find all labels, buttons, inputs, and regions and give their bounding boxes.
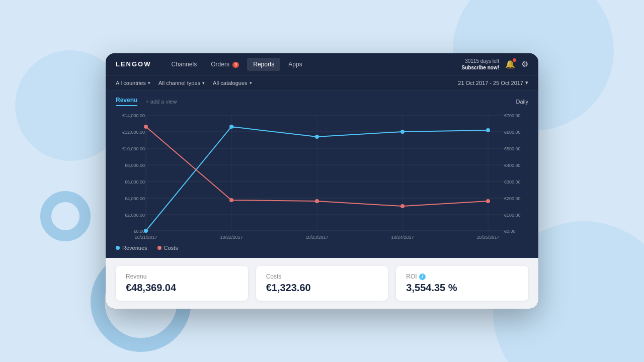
logo: LENGOW xyxy=(116,60,151,68)
chevron-down-icon: ▾ xyxy=(148,80,150,85)
svg-point-43 xyxy=(486,199,490,203)
svg-text:10/22/2017: 10/22/2017 xyxy=(220,235,243,240)
chart-header: Revenu + add a view Daily xyxy=(116,97,528,106)
svg-point-37 xyxy=(400,130,405,134)
nav-right: 30115 days left Subscribe now! 🔔 ⚙ xyxy=(462,58,528,71)
svg-text:10/25/2017: 10/25/2017 xyxy=(476,235,499,240)
svg-text:€12,000.00: €12,000.00 xyxy=(122,130,145,135)
svg-point-36 xyxy=(315,135,319,139)
svg-text:€2,000.00: €2,000.00 xyxy=(125,213,145,218)
svg-text:€600.00: €600.00 xyxy=(504,130,521,135)
stat-card-roi: ROI i 3,554.35 % xyxy=(396,266,528,301)
roi-info-icon[interactable]: i xyxy=(419,274,426,280)
legend-revenues: Revenues xyxy=(116,245,147,251)
stat-label-revenu: Revenu xyxy=(126,273,238,280)
chevron-down-icon: ▾ xyxy=(250,80,252,85)
add-view-button[interactable]: + add a view xyxy=(145,99,177,105)
subscribe-text: 30115 days left Subscribe now! xyxy=(462,58,499,71)
nav-channels[interactable]: Channels xyxy=(166,58,203,71)
nav-reports[interactable]: Reports xyxy=(247,58,280,71)
svg-text:€8,000.00: €8,000.00 xyxy=(125,163,145,168)
svg-point-41 xyxy=(315,199,319,203)
svg-point-38 xyxy=(486,128,490,132)
stat-card-revenu: Revenu €48,369.04 xyxy=(116,266,248,301)
stats-bar: Revenu €48,369.04 Costs €1,323.60 ROI i … xyxy=(106,258,538,309)
nav-orders[interactable]: Orders 3 xyxy=(205,58,245,71)
svg-text:€0.00: €0.00 xyxy=(133,229,145,234)
svg-point-35 xyxy=(229,125,233,129)
chevron-down-icon: ▾ xyxy=(202,80,205,85)
svg-text:€200.00: €200.00 xyxy=(504,196,521,201)
chart-legend: Revenues Costs xyxy=(116,241,528,253)
svg-text:10/21/2017: 10/21/2017 xyxy=(134,235,157,240)
chart-tab-revenu[interactable]: Revenu xyxy=(116,97,137,106)
nav-apps[interactable]: Apps xyxy=(282,58,308,71)
device-frame: LENGOW Channels Orders 3 Reports Apps 30… xyxy=(106,53,538,309)
chart-period-selector[interactable]: Daily xyxy=(516,99,528,105)
nav-items: Channels Orders 3 Reports Apps xyxy=(166,58,462,71)
svg-text:€500.00: €500.00 xyxy=(504,146,521,151)
chart-section: Revenu + add a view Daily xyxy=(106,90,538,258)
svg-point-40 xyxy=(229,198,233,202)
stat-label-roi: ROI i xyxy=(406,273,518,280)
svg-text:€300.00: €300.00 xyxy=(504,179,521,185)
revenues-dot xyxy=(116,246,120,250)
svg-text:10/23/2017: 10/23/2017 xyxy=(305,235,328,240)
svg-text:€14,000.00: €14,000.00 xyxy=(122,113,145,118)
date-range-picker[interactable]: 21 Oct 2017 - 25 Oct 2017 ▾ xyxy=(458,79,528,86)
orders-badge: 3 xyxy=(232,62,239,68)
chart-wrapper: €14,000.00 €12,000.00 €10,000.00 €8,000.… xyxy=(116,110,528,241)
bg-decor-circle-3 xyxy=(40,191,91,241)
costs-dot xyxy=(157,246,162,250)
chevron-down-icon: ▾ xyxy=(525,79,528,86)
filter-country[interactable]: All countries ▾ xyxy=(116,80,150,86)
notif-dot xyxy=(513,58,516,62)
svg-text:€6,000.00: €6,000.00 xyxy=(125,179,145,185)
stat-label-costs: Costs xyxy=(266,273,378,280)
svg-point-34 xyxy=(144,229,148,233)
stat-value-roi: 3,554.35 % xyxy=(406,282,518,294)
svg-text:€400.00: €400.00 xyxy=(504,163,521,168)
notification-icon[interactable]: 🔔 xyxy=(505,59,515,69)
stat-value-revenu: €48,369.04 xyxy=(126,282,238,294)
stat-card-costs: Costs €1,323.60 xyxy=(256,266,388,301)
filter-bar: All countries ▾ All channel types ▾ All … xyxy=(106,75,538,90)
svg-text:€100.00: €100.00 xyxy=(504,213,521,218)
svg-text:€10,000.00: €10,000.00 xyxy=(122,146,145,151)
svg-point-39 xyxy=(144,125,148,129)
chart-svg: €14,000.00 €12,000.00 €10,000.00 €8,000.… xyxy=(116,110,528,241)
settings-icon[interactable]: ⚙ xyxy=(521,59,528,69)
svg-text:€4,000.00: €4,000.00 xyxy=(125,196,145,201)
svg-point-42 xyxy=(400,204,405,208)
svg-text:€700.00: €700.00 xyxy=(504,113,521,118)
stat-value-costs: €1,323.60 xyxy=(266,282,378,294)
filter-channel-types[interactable]: All channel types ▾ xyxy=(158,80,205,86)
svg-text:10/24/2017: 10/24/2017 xyxy=(391,235,414,240)
navbar: LENGOW Channels Orders 3 Reports Apps 30… xyxy=(106,53,538,75)
filter-catalogues[interactable]: All catalogues ▾ xyxy=(213,80,252,86)
legend-costs: Costs xyxy=(157,245,178,251)
svg-text:€0.00: €0.00 xyxy=(504,229,516,234)
